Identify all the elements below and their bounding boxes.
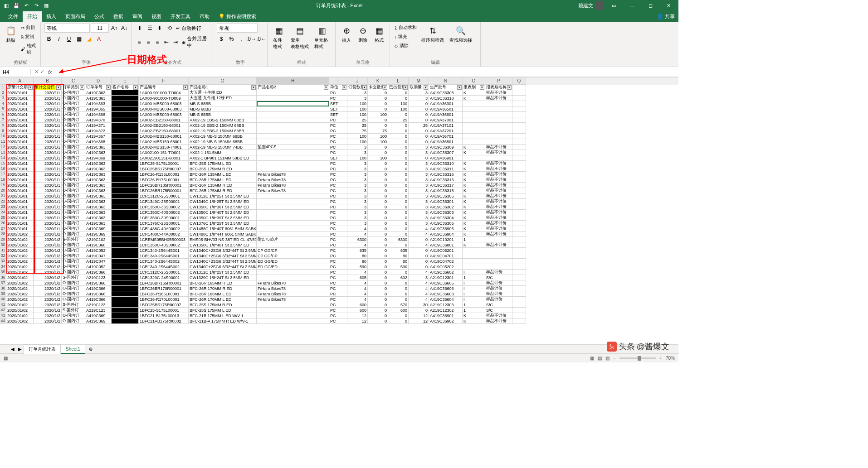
cell[interactable]: 2020/01/02 [6,237,34,242]
cell[interactable]: O-国内订 [62,166,85,172]
cell[interactable]: 1CR1349C-25S00001 [139,199,189,204]
cell[interactable]: 1AX02-EB2150-68001 [139,117,189,123]
filter-arrow-icon[interactable]: ▾ [424,85,428,90]
cell[interactable]: 4 [347,286,368,291]
cell[interactable]: 3 [347,96,368,101]
cell[interactable]: BFC-26R 165MM R ED [189,280,257,286]
cell[interactable]: 100 [347,106,368,112]
border-button[interactable]: ▦ [74,34,83,43]
cell[interactable]: 3 [347,221,368,226]
tab-developer[interactable]: 开发工具 [166,11,195,22]
cell[interactable]: PC [329,161,347,166]
format-painter-button[interactable]: 🖌 格式刷 [20,42,37,56]
column-header-B[interactable]: B [34,77,62,85]
minimize-icon[interactable]: — [624,0,640,11]
cell[interactable]: A419C36602 [429,270,463,275]
cell[interactable]: 2020/1/2 [34,313,62,318]
cell[interactable]: A419C36310 [429,161,463,166]
cell[interactable]: A419C36307 [429,150,463,155]
cell[interactable] [112,308,139,313]
cell[interactable]: 2020/01/02 [6,248,34,253]
row-number[interactable]: 21 [0,193,6,199]
cell[interactable]: 0 [368,117,388,123]
cell[interactable] [512,150,526,155]
indent-dec-icon[interactable]: ⇤ [162,38,171,47]
cell[interactable]: 0 [368,286,388,291]
cell[interactable]: A419C36302 [429,204,463,210]
cell[interactable]: PC [329,280,347,286]
cell[interactable]: 1AX02-EB2150-68001 [139,123,189,128]
cell[interactable]: 样品不计价 [485,221,512,226]
cell[interactable]: 1CR1350C-40S00002 [139,210,189,215]
cell[interactable]: CW1329C 1/8*24T St 2.5MM ED [189,275,257,280]
tab-view[interactable]: 视图 [147,11,166,22]
cell[interactable] [485,139,512,145]
cell[interactable]: 2020/1/2 [34,232,62,237]
cell[interactable]: 0 [368,193,388,199]
cell[interactable]: 3 [347,215,368,221]
cell[interactable]: 2020/01/01 [6,101,34,106]
autosum-button[interactable]: Σ 自动求和 [394,24,418,32]
cell[interactable] [257,90,329,96]
cell[interactable]: I [463,291,485,297]
cell[interactable]: 1CR1340-2S644S002 [139,264,189,270]
cell[interactable]: 3 [409,199,429,204]
cell[interactable]: A419A36901 [429,155,463,161]
cell[interactable]: S-国外订 [62,275,85,280]
cell[interactable]: 3 [347,210,368,215]
cell[interactable]: 样品不计价 [485,204,512,210]
cell[interactable]: 2020/01/01 [6,145,34,150]
insert-cells-button[interactable]: ⊕插入 [339,24,354,45]
cell[interactable]: 2020/01/01 [6,166,34,172]
cell[interactable] [112,275,139,280]
cell[interactable]: 3 [409,188,429,193]
cell[interactable]: A419C363 [85,183,112,188]
cell[interactable]: 0 [409,134,429,139]
cell[interactable]: A419C363 [85,150,112,155]
cell[interactable] [112,161,139,166]
cell[interactable]: O-国内订 [62,134,85,139]
column-header-Q[interactable]: Q [512,77,526,85]
cell[interactable]: A419C36313 [429,177,463,183]
cell[interactable]: 2020/1/1 [34,166,62,172]
cell[interactable] [112,270,139,275]
cell[interactable]: 2020/01/01 [6,210,34,215]
cell[interactable]: 1BFC26BR175R00001 [139,188,189,193]
cell[interactable] [257,166,329,172]
cell[interactable]: S-国外订 [62,302,85,308]
cell[interactable]: 1CR1376C-25S00001 [139,221,189,226]
cell[interactable]: AX02-19 EBS-2 150MM 68BB [189,128,257,134]
cell[interactable]: O-国内订 [62,172,85,177]
cell[interactable] [463,134,485,139]
cell[interactable]: 100 [368,112,388,117]
cell[interactable]: K [463,177,485,183]
filter-arrow-icon[interactable]: ▾ [183,85,188,90]
cell[interactable] [463,248,485,253]
cell[interactable]: A419C36316 [429,172,463,177]
cell[interactable]: 2020/01/01 [6,193,34,199]
cell[interactable]: A419C047 [85,259,112,264]
underline-button[interactable]: U [64,34,73,43]
cell[interactable]: 2020/1/1 [34,161,62,166]
filter-arrow-icon[interactable]: ▾ [403,85,408,90]
cell[interactable] [257,161,329,166]
cell[interactable]: 0 [388,210,409,215]
cell[interactable]: A419C36308 [429,90,463,96]
cell[interactable]: A419A371 [85,123,112,128]
percent-icon[interactable]: % [227,34,236,43]
cell[interactable]: 0 [388,242,409,248]
cell[interactable]: 3 [347,177,368,183]
column-header-D[interactable]: D [85,77,112,85]
cell[interactable]: 2020/01/01 [6,139,34,145]
cell[interactable]: O-国内订 [62,150,85,155]
cell[interactable] [112,106,139,112]
cell[interactable]: A419C363 [85,96,112,101]
cell[interactable]: 2020/01/02 [6,232,34,237]
cell[interactable]: 1 [463,308,485,313]
cell[interactable] [112,155,139,161]
row-number[interactable]: 22 [0,199,6,204]
row-number[interactable]: 23 [0,204,6,210]
cell[interactable]: 0 [409,237,429,242]
cell[interactable] [512,183,526,188]
cell[interactable] [463,123,485,128]
